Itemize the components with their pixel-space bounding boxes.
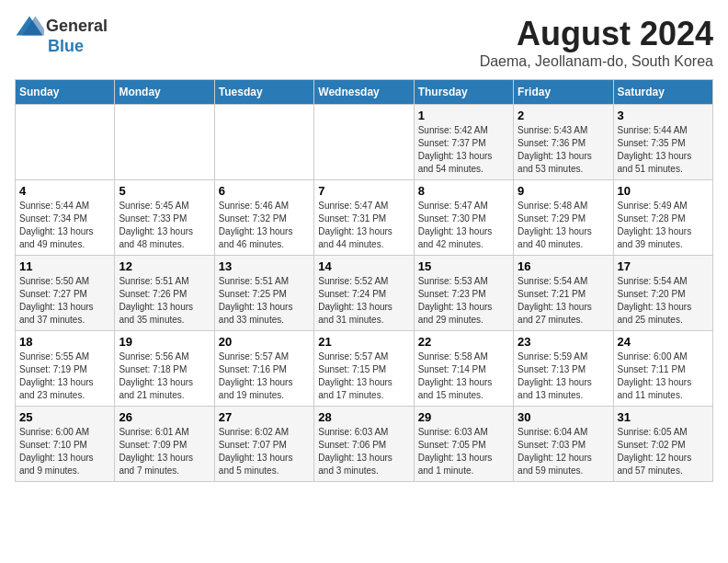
day-info: Sunrise: 6:03 AMSunset: 7:06 PMDaylight:…	[318, 426, 409, 477]
calendar-header: SundayMondayTuesdayWednesdayThursdayFrid…	[16, 80, 713, 105]
weekday-header-thursday: Thursday	[414, 80, 513, 105]
weekday-header-wednesday: Wednesday	[314, 80, 414, 105]
logo-blue-text: Blue	[48, 37, 84, 56]
day-number: 7	[318, 184, 409, 198]
calendar-cell-4-4: 21Sunrise: 5:57 AMSunset: 7:15 PMDayligh…	[314, 331, 414, 407]
calendar-cell-1-5: 1Sunrise: 5:42 AMSunset: 7:37 PMDaylight…	[414, 105, 513, 180]
day-info: Sunrise: 5:51 AMSunset: 7:25 PMDaylight:…	[219, 275, 310, 327]
calendar-cell-1-4	[314, 105, 414, 180]
day-number: 9	[518, 184, 609, 198]
weekday-header-row: SundayMondayTuesdayWednesdayThursdayFrid…	[16, 80, 713, 105]
day-number: 31	[618, 410, 709, 424]
weekday-header-tuesday: Tuesday	[214, 80, 313, 105]
day-number: 21	[318, 335, 409, 349]
day-number: 23	[518, 335, 609, 349]
day-number: 17	[618, 259, 709, 273]
day-info: Sunrise: 5:57 AMSunset: 7:16 PMDaylight:…	[219, 350, 310, 402]
day-number: 5	[119, 184, 210, 198]
calendar-cell-4-2: 19Sunrise: 5:56 AMSunset: 7:18 PMDayligh…	[115, 331, 214, 407]
calendar-cell-5-6: 30Sunrise: 6:04 AMSunset: 7:03 PMDayligh…	[514, 407, 613, 482]
day-info: Sunrise: 6:05 AMSunset: 7:02 PMDaylight:…	[618, 426, 709, 477]
calendar-cell-5-4: 28Sunrise: 6:03 AMSunset: 7:06 PMDayligh…	[314, 407, 414, 482]
weekday-header-friday: Friday	[514, 80, 613, 105]
weekday-header-sunday: Sunday	[16, 80, 115, 105]
day-info: Sunrise: 5:53 AMSunset: 7:23 PMDaylight:…	[418, 275, 509, 327]
calendar-cell-2-5: 8Sunrise: 5:47 AMSunset: 7:30 PMDaylight…	[414, 180, 513, 256]
calendar-cell-4-6: 23Sunrise: 5:59 AMSunset: 7:13 PMDayligh…	[514, 331, 613, 407]
day-number: 29	[418, 410, 509, 424]
calendar-cell-5-1: 25Sunrise: 6:00 AMSunset: 7:10 PMDayligh…	[16, 407, 115, 482]
calendar-cell-3-2: 12Sunrise: 5:51 AMSunset: 7:26 PMDayligh…	[115, 256, 214, 331]
calendar-cell-4-7: 24Sunrise: 6:00 AMSunset: 7:11 PMDayligh…	[613, 331, 712, 407]
calendar-table: SundayMondayTuesdayWednesdayThursdayFrid…	[15, 79, 713, 482]
day-info: Sunrise: 5:42 AMSunset: 7:37 PMDaylight:…	[418, 124, 509, 176]
day-info: Sunrise: 6:03 AMSunset: 7:05 PMDaylight:…	[418, 426, 509, 477]
calendar-cell-1-7: 3Sunrise: 5:44 AMSunset: 7:35 PMDaylight…	[613, 105, 712, 180]
calendar-cell-3-5: 15Sunrise: 5:53 AMSunset: 7:23 PMDayligh…	[414, 256, 513, 331]
month-title: August 2024	[480, 15, 713, 53]
calendar-week-2: 4Sunrise: 5:44 AMSunset: 7:34 PMDaylight…	[16, 180, 713, 256]
calendar-cell-1-1	[16, 105, 115, 180]
day-info: Sunrise: 5:48 AMSunset: 7:29 PMDaylight:…	[518, 200, 609, 251]
day-number: 22	[418, 335, 509, 349]
day-info: Sunrise: 6:01 AMSunset: 7:09 PMDaylight:…	[119, 426, 210, 477]
day-number: 15	[418, 259, 509, 273]
weekday-header-saturday: Saturday	[613, 80, 712, 105]
calendar-cell-2-6: 9Sunrise: 5:48 AMSunset: 7:29 PMDaylight…	[514, 180, 613, 256]
day-info: Sunrise: 5:44 AMSunset: 7:35 PMDaylight:…	[618, 124, 709, 176]
day-info: Sunrise: 5:57 AMSunset: 7:15 PMDaylight:…	[318, 350, 409, 402]
calendar-cell-4-1: 18Sunrise: 5:55 AMSunset: 7:19 PMDayligh…	[16, 331, 115, 407]
title-area: August 2024 Daema, Jeollanam-do, South K…	[480, 15, 713, 70]
calendar-cell-5-5: 29Sunrise: 6:03 AMSunset: 7:05 PMDayligh…	[414, 407, 513, 482]
day-info: Sunrise: 5:46 AMSunset: 7:32 PMDaylight:…	[219, 200, 310, 251]
day-info: Sunrise: 5:47 AMSunset: 7:30 PMDaylight:…	[418, 200, 509, 251]
day-number: 19	[119, 335, 210, 349]
day-number: 20	[219, 335, 310, 349]
day-info: Sunrise: 5:45 AMSunset: 7:33 PMDaylight:…	[119, 200, 210, 251]
calendar-cell-3-3: 13Sunrise: 5:51 AMSunset: 7:25 PMDayligh…	[214, 256, 313, 331]
day-number: 27	[219, 410, 310, 424]
day-number: 26	[119, 410, 210, 424]
calendar-week-4: 18Sunrise: 5:55 AMSunset: 7:19 PMDayligh…	[16, 331, 713, 407]
day-info: Sunrise: 5:52 AMSunset: 7:24 PMDaylight:…	[318, 275, 409, 327]
day-info: Sunrise: 5:56 AMSunset: 7:18 PMDaylight:…	[119, 350, 210, 402]
day-number: 13	[219, 259, 310, 273]
calendar-cell-1-6: 2Sunrise: 5:43 AMSunset: 7:36 PMDaylight…	[514, 105, 613, 180]
day-info: Sunrise: 6:00 AMSunset: 7:10 PMDaylight:…	[19, 426, 110, 477]
weekday-header-monday: Monday	[115, 80, 214, 105]
calendar-cell-5-7: 31Sunrise: 6:05 AMSunset: 7:02 PMDayligh…	[613, 407, 712, 482]
calendar-cell-3-1: 11Sunrise: 5:50 AMSunset: 7:27 PMDayligh…	[16, 256, 115, 331]
calendar-week-5: 25Sunrise: 6:00 AMSunset: 7:10 PMDayligh…	[16, 407, 713, 482]
day-number: 30	[518, 410, 609, 424]
day-number: 11	[19, 259, 110, 273]
day-number: 12	[119, 259, 210, 273]
logo-icon	[15, 15, 44, 37]
day-info: Sunrise: 6:04 AMSunset: 7:03 PMDaylight:…	[518, 426, 609, 477]
calendar-cell-4-3: 20Sunrise: 5:57 AMSunset: 7:16 PMDayligh…	[214, 331, 313, 407]
day-number: 25	[19, 410, 110, 424]
day-number: 8	[418, 184, 509, 198]
logo: General Blue	[15, 15, 108, 56]
page-header: General Blue August 2024 Daema, Jeollana…	[15, 15, 713, 70]
calendar-cell-2-7: 10Sunrise: 5:49 AMSunset: 7:28 PMDayligh…	[613, 180, 712, 256]
calendar-week-1: 1Sunrise: 5:42 AMSunset: 7:37 PMDaylight…	[16, 105, 713, 180]
calendar-cell-5-3: 27Sunrise: 6:02 AMSunset: 7:07 PMDayligh…	[214, 407, 313, 482]
day-number: 4	[19, 184, 110, 198]
day-number: 6	[219, 184, 310, 198]
calendar-cell-2-2: 5Sunrise: 5:45 AMSunset: 7:33 PMDaylight…	[115, 180, 214, 256]
day-info: Sunrise: 5:50 AMSunset: 7:27 PMDaylight:…	[19, 275, 110, 327]
day-number: 14	[318, 259, 409, 273]
day-info: Sunrise: 5:51 AMSunset: 7:26 PMDaylight:…	[119, 275, 210, 327]
calendar-cell-2-3: 6Sunrise: 5:46 AMSunset: 7:32 PMDaylight…	[214, 180, 313, 256]
calendar-cell-2-4: 7Sunrise: 5:47 AMSunset: 7:31 PMDaylight…	[314, 180, 414, 256]
day-info: Sunrise: 5:47 AMSunset: 7:31 PMDaylight:…	[318, 200, 409, 251]
location-title: Daema, Jeollanam-do, South Korea	[480, 53, 713, 70]
day-info: Sunrise: 5:54 AMSunset: 7:21 PMDaylight:…	[518, 275, 609, 327]
day-number: 2	[518, 109, 609, 122]
day-number: 18	[19, 335, 110, 349]
calendar-cell-4-5: 22Sunrise: 5:58 AMSunset: 7:14 PMDayligh…	[414, 331, 513, 407]
day-number: 28	[318, 410, 409, 424]
calendar-week-3: 11Sunrise: 5:50 AMSunset: 7:27 PMDayligh…	[16, 256, 713, 331]
calendar-cell-3-6: 16Sunrise: 5:54 AMSunset: 7:21 PMDayligh…	[514, 256, 613, 331]
day-info: Sunrise: 5:55 AMSunset: 7:19 PMDaylight:…	[19, 350, 110, 402]
